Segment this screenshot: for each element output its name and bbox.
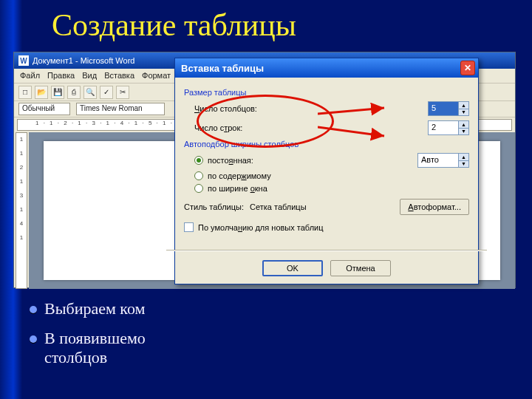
cols-label: Число столбцов: bbox=[194, 104, 428, 113]
bullet-dot-icon bbox=[30, 306, 37, 313]
close-icon[interactable]: ✕ bbox=[460, 61, 475, 75]
radio-content[interactable] bbox=[194, 171, 203, 180]
bullet-text: Выбираем ком bbox=[44, 299, 145, 318]
menu-insert[interactable]: Вставка bbox=[104, 71, 134, 81]
ok-button[interactable]: OK bbox=[262, 260, 323, 276]
bullet-list: Выбираем ком В появившемо столбцов bbox=[30, 299, 146, 378]
spell-icon[interactable]: ✓ bbox=[100, 86, 113, 99]
group-autofit-label: Автоподбор ширины столбцов bbox=[184, 140, 469, 149]
bullet-item: Выбираем ком bbox=[30, 299, 146, 318]
cut-icon[interactable]: ✂ bbox=[116, 86, 129, 99]
default-checkbox-label: По умолчанию для новых таблиц bbox=[198, 223, 324, 232]
insert-table-dialog: Вставка таблицы ✕ Размер таблицы Число с… bbox=[174, 58, 479, 284]
dialog-titlebar: Вставка таблицы ✕ bbox=[175, 58, 478, 78]
default-checkbox[interactable] bbox=[184, 222, 194, 232]
menu-edit[interactable]: Правка bbox=[47, 71, 75, 81]
bullet-dot-icon bbox=[30, 335, 37, 343]
dialog-separator bbox=[166, 250, 487, 251]
chevron-up-icon[interactable]: ▲ bbox=[458, 154, 468, 161]
cols-value[interactable]: 5 bbox=[429, 102, 458, 115]
word-title-text: Документ1 - Microsoft Word bbox=[33, 56, 134, 65]
chevron-down-icon[interactable]: ▼ bbox=[458, 109, 468, 116]
cancel-button[interactable]: Отмена bbox=[330, 260, 391, 276]
table-style-value: Сетка таблицы bbox=[250, 202, 307, 211]
cols-spinner[interactable]: 5 ▲▼ bbox=[428, 101, 469, 116]
rows-label: Число строк: bbox=[194, 123, 428, 132]
bullet-item: В появившемо столбцов bbox=[30, 329, 146, 367]
word-app-icon: W bbox=[18, 55, 29, 66]
radio-window[interactable] bbox=[194, 184, 203, 193]
group-size-label: Размер таблицы bbox=[184, 88, 469, 97]
dialog-title-text: Вставка таблицы bbox=[181, 63, 264, 74]
ruler-vertical: 11 21 31 41 bbox=[16, 132, 27, 289]
print-icon[interactable]: ⎙ bbox=[67, 86, 81, 99]
slide-title: Создание таблицы bbox=[52, 7, 296, 43]
menu-view[interactable]: Вид bbox=[82, 71, 97, 81]
save-icon[interactable]: 💾 bbox=[51, 86, 64, 99]
preview-icon[interactable]: 🔍 bbox=[83, 86, 97, 99]
font-combo[interactable]: Times New Roman bbox=[76, 103, 165, 115]
chevron-down-icon[interactable]: ▼ bbox=[458, 161, 468, 168]
open-icon[interactable]: 📂 bbox=[35, 86, 48, 99]
autoformat-button[interactable]: Автоформат... bbox=[400, 199, 469, 215]
menu-format[interactable]: Формат bbox=[142, 71, 171, 81]
radio-fixed-label: постоянная: bbox=[208, 156, 413, 165]
fixed-width-spinner[interactable]: Авто ▲▼ bbox=[417, 153, 469, 168]
chevron-up-icon[interactable]: ▲ bbox=[458, 102, 468, 109]
radio-content-label: по содержимому bbox=[208, 171, 271, 180]
rows-value[interactable]: 2 bbox=[429, 121, 458, 134]
menu-file[interactable]: Файл bbox=[20, 71, 40, 81]
rows-spinner[interactable]: 2 ▲▼ bbox=[428, 120, 469, 135]
style-combo[interactable]: Обычный bbox=[18, 103, 70, 115]
fixed-width-value[interactable]: Авто bbox=[418, 154, 458, 167]
bullet-text: В появившемо столбцов bbox=[44, 329, 146, 367]
table-style-label: Стиль таблицы: bbox=[184, 202, 244, 211]
radio-window-label: по ширине окна bbox=[208, 184, 267, 193]
chevron-down-icon[interactable]: ▼ bbox=[458, 129, 468, 135]
new-doc-icon[interactable]: □ bbox=[18, 86, 32, 99]
chevron-up-icon[interactable]: ▲ bbox=[458, 121, 468, 129]
radio-fixed[interactable] bbox=[194, 156, 203, 165]
